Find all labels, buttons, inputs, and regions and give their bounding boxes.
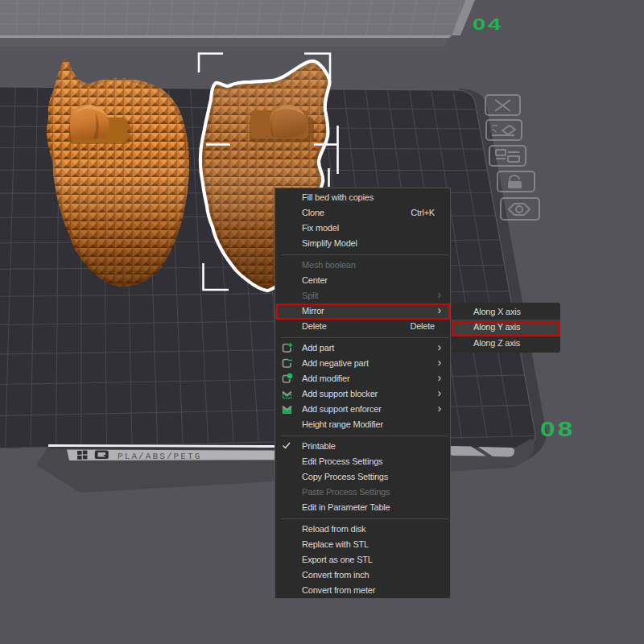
svg-text:PLA/ABS/PETG: PLA/ABS/PETG (118, 452, 201, 461)
svg-text:04: 04 (473, 16, 503, 33)
svg-text:08: 08 (540, 417, 575, 440)
